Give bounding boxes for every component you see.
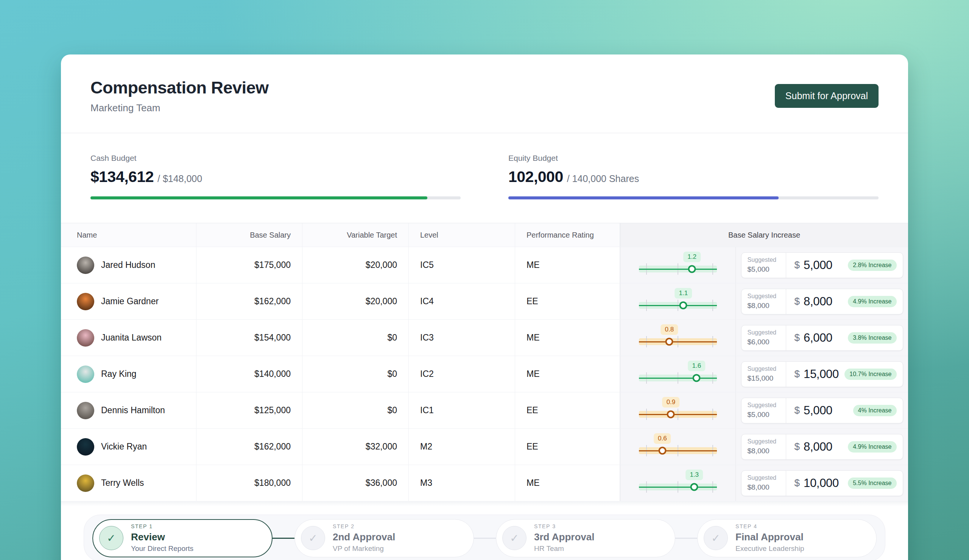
amount-wrap: $ 8,000 4.9% Increase [786,295,903,308]
compensation-table: Name Base Salary Variable Target Level P… [61,223,908,506]
stepper-step[interactable]: ✓ STEP 3 3rd Approval HR Team [496,519,675,557]
stepper-step[interactable]: ✓ STEP 1 Review Your Direct Reports [92,519,273,557]
page-title: Compensation Review [90,78,269,98]
increase-slider-cell: 1.6 [620,356,736,392]
table-header-row: Name Base Salary Variable Target Level P… [61,223,908,247]
base-salary-cell: $125,000 [196,392,303,428]
step-subtitle: HR Team [534,545,594,553]
stepper-connector [273,538,295,539]
increase-amount-box[interactable]: Suggested $15,000 $ 15,000 10.7% Increas… [741,361,903,387]
base-salary-cell: $162,000 [196,283,303,319]
avatar [77,402,94,419]
increase-percent-badge: 10.7% Increase [844,369,896,380]
increase-amount-box[interactable]: Suggested $5,000 $ 5,000 4% Increase [741,398,903,424]
step-check-icon: ✓ [704,526,728,550]
amount-wrap: $ 15,000 10.7% Increase [786,367,903,381]
increase-amount-box[interactable]: Suggested $6,000 $ 6,000 3.8% Increase [741,325,903,351]
employee-cell: Terry Wells [61,465,196,501]
increase-value-cell: Suggested $15,000 $ 15,000 10.7% Increas… [736,356,908,392]
increase-value-cell: Suggested $5,000 $ 5,000 4% Increase [736,392,908,428]
step-subtitle: Your Direct Reports [131,545,193,553]
currency-symbol: $ [794,296,800,307]
variable-target-cell: $20,000 [303,283,409,319]
suggested-value: $15,000 [748,374,780,382]
base-salary-cell: $140,000 [196,356,303,392]
performance-rating-cell: ME [515,356,620,392]
employee-name: Dennis Hamilton [101,405,165,415]
currency-symbol: $ [794,368,800,380]
slider-thumb[interactable] [679,301,688,309]
performance-rating-cell: EE [515,283,620,319]
suggested-amount-block: Suggested $5,000 [741,253,786,278]
base-salary-cell: $180,000 [196,465,303,501]
equity-budget-values: 102,000 / 140,000 Shares [508,168,879,186]
suggested-value: $8,000 [748,302,780,310]
performance-rating-cell: ME [515,320,620,356]
step-check-icon: ✓ [99,526,123,550]
level-cell: IC2 [409,356,515,392]
increase-amount-value: 6,000 [804,331,832,345]
salary-increase-slider[interactable]: 1.3 [639,472,717,495]
submit-for-approval-button[interactable]: Submit for Approval [775,84,879,108]
cash-budget-progress-fill [90,196,427,199]
increase-percent-badge: 2.8% Increase [848,259,896,271]
column-header-base-salary-increase: Base Salary Increase [620,223,908,247]
step-title: 2nd Approval [333,531,395,543]
table-row: Dennis Hamilton $125,000 $0 IC1 EE 0.9 S… [61,392,908,428]
stepper-step[interactable]: ✓ STEP 2 2nd Approval VP of Marketing [295,519,474,557]
salary-increase-slider[interactable]: 1.1 [639,290,717,313]
step-texts: STEP 2 2nd Approval VP of Marketing [333,523,395,553]
variable-target-cell: $36,000 [303,465,409,501]
budget-summary: Cash Budget $134,612 / $148,000 Equity B… [61,133,908,223]
increase-amount-box[interactable]: Suggested $8,000 $ 8,000 4.9% Increase [741,289,903,314]
amount-wrap: $ 6,000 3.8% Increase [786,331,903,345]
salary-increase-slider[interactable]: 0.9 [639,399,717,422]
avatar [77,329,94,347]
performance-rating-cell: EE [515,392,620,428]
suggested-amount-block: Suggested $5,000 [741,398,786,423]
employee-name: Jamie Gardner [101,296,158,306]
increase-amount-box[interactable]: Suggested $5,000 $ 5,000 2.8% Increase [741,253,903,278]
slider-thumb[interactable] [691,483,698,491]
increase-value-cell: Suggested $8,000 $ 8,000 4.9% Increase [736,283,908,319]
salary-increase-slider[interactable]: 0.6 [639,435,717,458]
currency-symbol: $ [794,404,800,416]
amount-wrap: $ 5,000 2.8% Increase [786,258,903,272]
increase-amount-box[interactable]: Suggested $8,000 $ 10,000 5.5% Increase [741,470,903,496]
currency-symbol: $ [794,477,800,489]
table-body: Jared Hudson $175,000 $20,000 IC5 ME 1.2… [61,247,908,501]
step-subtitle: VP of Marketing [333,545,395,553]
amount-wrap: $ 10,000 5.5% Increase [786,476,903,490]
slider-thumb[interactable] [693,374,701,382]
variable-target-cell: $20,000 [303,247,409,283]
variable-target-cell: $0 [303,392,409,428]
increase-value-cell: Suggested $8,000 $ 8,000 4.9% Increase [736,429,908,465]
slider-thumb[interactable] [666,337,673,346]
salary-increase-slider[interactable]: 1.6 [639,363,717,386]
increase-value-cell: Suggested $6,000 $ 6,000 3.8% Increase [736,320,908,356]
base-salary-cell: $175,000 [196,247,303,283]
stepper-step[interactable]: ✓ STEP 4 Final Approval Executive Leader… [697,519,877,557]
suggested-value: $8,000 [748,483,780,492]
variable-target-cell: $32,000 [303,429,409,465]
step-subtitle: Executive Leadership [736,545,804,553]
increase-slider-cell: 0.8 [620,320,736,356]
increase-amount-value: 5,000 [804,404,832,417]
slider-value-pill: 1.3 [686,470,703,480]
increase-amount-box[interactable]: Suggested $8,000 $ 8,000 4.9% Increase [741,434,903,460]
suggested-label: Suggested [748,438,780,445]
slider-thumb[interactable] [688,265,696,273]
suggested-label: Suggested [748,329,780,336]
slider-thumb[interactable] [658,447,666,454]
step-title: 3rd Approval [534,531,594,543]
column-header-variable-target: Variable Target [303,223,409,247]
suggested-value: $8,000 [748,447,780,455]
suggested-label: Suggested [748,402,780,409]
salary-increase-slider[interactable]: 0.8 [639,327,717,349]
suggested-amount-block: Suggested $8,000 [741,289,786,314]
slider-thumb[interactable] [667,410,675,418]
increase-amount-value: 8,000 [804,295,832,308]
suggested-label: Suggested [748,475,780,481]
table-row: Juanita Lawson $154,000 $0 IC3 ME 0.8 Su… [61,319,908,356]
salary-increase-slider[interactable]: 1.2 [639,254,717,277]
